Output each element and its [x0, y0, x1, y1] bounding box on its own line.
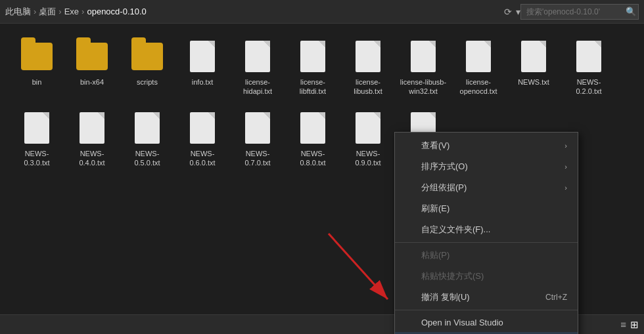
file-label: license-libftdi.txt	[289, 77, 336, 96]
ctx-sep-2	[395, 310, 578, 310]
ctx-paste-label: 粘贴(P)	[421, 249, 449, 261]
file-item[interactable]: NEWS-0.7.0.txt	[231, 106, 284, 181]
file-icon-wrapper	[297, 38, 329, 75]
file-item[interactable]: license-libusb-win32.txt	[397, 34, 449, 100]
breadcrumb-desktop[interactable]: 桌面	[39, 6, 56, 18]
file-label: NEWS-0.8.0.txt	[289, 149, 336, 168]
search-icon[interactable]: 🔍	[626, 7, 636, 16]
ctx-view-arrow: ›	[564, 142, 567, 150]
ctx-view-icon	[405, 140, 416, 151]
doc-file-icon	[245, 112, 270, 144]
ctx-paste: 粘贴(P)	[395, 245, 578, 266]
file-item[interactable]: bin-x64	[66, 34, 118, 100]
file-item[interactable]: NEWS-0.6.0.txt	[176, 106, 229, 181]
file-icon-wrapper	[242, 38, 273, 75]
file-item[interactable]: scripts	[121, 34, 173, 100]
svg-line-1	[329, 234, 388, 299]
ctx-paste-shortcut-label: 粘贴快捷方式(S)	[421, 270, 484, 282]
ctx-undo-copy[interactable]: 撤消 复制(U) Ctrl+Z	[395, 287, 578, 308]
file-item[interactable]: NEWS-0.5.0.txt	[121, 106, 173, 181]
ctx-customize[interactable]: 自定义文件夹(F)...	[395, 219, 578, 240]
file-label: NEWS-0.3.0.txt	[13, 149, 60, 168]
breadcrumb-current: openocd-0.10.0	[87, 7, 146, 16]
file-icon-wrapper	[573, 38, 605, 75]
ctx-undo-icon	[405, 292, 416, 303]
breadcrumb-home[interactable]: 此电脑	[5, 6, 31, 18]
file-icon-wrapper	[21, 110, 53, 146]
ctx-sort-label: 排序方式(O)	[421, 161, 468, 173]
ctx-view[interactable]: 查看(V) ›	[395, 135, 578, 156]
doc-file-icon	[190, 112, 215, 144]
file-item[interactable]: NEWS-0.8.0.txt	[287, 106, 339, 181]
doc-file-icon	[135, 112, 160, 144]
ctx-view-label: 查看(V)	[421, 140, 449, 152]
doc-file-icon	[190, 41, 215, 72]
file-item[interactable]: NEWS-0.4.0.txt	[66, 106, 118, 181]
ctx-undo-label: 撤消 复制(U)	[421, 291, 470, 303]
doc-file-icon	[521, 41, 546, 72]
file-label: NEWS-0.9.0.txt	[344, 149, 392, 168]
context-menu: 查看(V) › 排序方式(O) › 分组依据(P) › 刷新(E)	[394, 132, 578, 334]
refresh-icon[interactable]: ⟳	[504, 7, 512, 17]
file-icon-wrapper	[187, 110, 218, 146]
search-wrapper: 🔍	[520, 4, 639, 20]
file-item[interactable]: NEWS.txt	[507, 34, 560, 100]
doc-file-icon	[356, 41, 380, 72]
file-item[interactable]: license-libusb.txt	[342, 34, 394, 100]
breadcrumb-exe[interactable]: Exe	[64, 7, 79, 16]
folder-icon	[21, 43, 53, 70]
ctx-group[interactable]: 分组依据(P) ›	[395, 177, 578, 198]
status-bar-icons: ≡ ⊞	[620, 319, 639, 331]
file-label: license-libusb-win32.txt	[400, 77, 447, 96]
ctx-sort[interactable]: 排序方式(O) ›	[395, 156, 578, 177]
ctx-sort-arrow: ›	[564, 163, 567, 171]
search-input[interactable]	[520, 4, 639, 20]
ctx-refresh-label: 刷新(E)	[421, 203, 449, 215]
file-item[interactable]: bin	[11, 34, 63, 100]
ctx-paste-shortcut-icon	[405, 271, 416, 282]
doc-file-icon	[411, 41, 436, 72]
file-item[interactable]: NEWS-0.3.0.txt	[11, 106, 63, 181]
file-label: bin	[32, 77, 42, 87]
folder-icon	[76, 43, 108, 70]
title-bar-icons: ⟳ ▾	[504, 7, 520, 17]
ctx-group-icon	[405, 182, 416, 193]
breadcrumb-sep-2: ›	[58, 7, 61, 16]
file-label: license-openocd.txt	[455, 77, 502, 96]
dropdown-icon[interactable]: ▾	[516, 7, 520, 17]
file-icon-wrapper	[297, 110, 329, 146]
doc-file-icon	[356, 112, 380, 144]
file-item[interactable]: license-openocd.txt	[452, 34, 505, 100]
file-item[interactable]: license-libftdi.txt	[287, 34, 339, 100]
file-icon-wrapper	[352, 38, 384, 75]
file-item[interactable]: license-hidapi.txt	[231, 34, 284, 100]
file-icon-wrapper	[131, 38, 163, 75]
file-label: license-hidapi.txt	[234, 77, 281, 96]
breadcrumb-sep-1: ›	[34, 7, 36, 16]
title-bar: 此电脑 › 桌面 › Exe › openocd-0.10.0 ⟳ ▾ 🔍	[0, 0, 644, 24]
file-icon-wrapper	[187, 38, 218, 75]
file-item[interactable]: NEWS-0.9.0.txt	[342, 106, 394, 181]
file-icon-wrapper	[407, 38, 439, 75]
ctx-open-vs[interactable]: Open in Visual Studio	[395, 312, 578, 332]
file-label: info.txt	[192, 77, 213, 87]
file-label: NEWS-0.7.0.txt	[234, 149, 281, 168]
file-icon-wrapper	[76, 110, 108, 146]
file-label: NEWS.txt	[518, 77, 549, 87]
ctx-group-label: 分组依据(P)	[421, 182, 467, 194]
grid-view-icon[interactable]: ⊞	[630, 319, 639, 331]
file-item[interactable]: NEWS-0.2.0.txt	[563, 34, 615, 100]
ctx-customize-label: 自定义文件夹(F)...	[421, 224, 490, 236]
ctx-customize-icon	[405, 224, 416, 235]
list-view-icon[interactable]: ≡	[620, 319, 626, 330]
ctx-sep-1	[395, 242, 578, 243]
ctx-refresh[interactable]: 刷新(E)	[395, 198, 578, 219]
file-icon-wrapper	[21, 38, 53, 75]
ctx-paste-shortcut: 粘贴快捷方式(S)	[395, 266, 578, 287]
ctx-group-arrow: ›	[564, 184, 567, 192]
file-label: NEWS-0.5.0.txt	[124, 149, 171, 168]
ctx-vs-label: Open in Visual Studio	[421, 318, 503, 327]
file-label: NEWS-0.4.0.txt	[68, 149, 116, 168]
file-item[interactable]: info.txt	[176, 34, 229, 100]
breadcrumb: 此电脑 › 桌面 › Exe › openocd-0.10.0	[5, 6, 504, 18]
